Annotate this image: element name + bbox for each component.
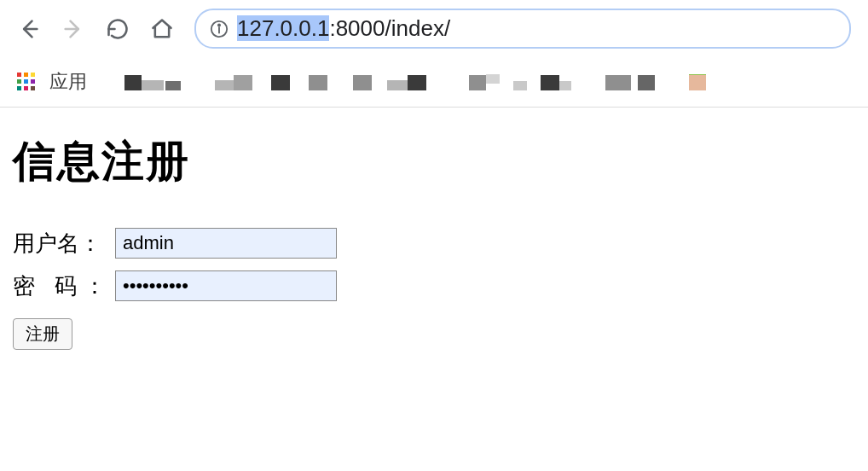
password-row: 密 码： — [13, 270, 855, 301]
password-input[interactable] — [115, 270, 337, 301]
reload-icon[interactable] — [106, 17, 130, 41]
address-bar[interactable]: 127.0.0.1:8000/index/ — [194, 9, 851, 49]
bookmark-favicons — [116, 74, 851, 90]
svg-point-4 — [218, 24, 220, 26]
bookmark-item[interactable] — [513, 81, 527, 90]
page-content: 信息注册 用户名： 密 码： 注册 — [0, 108, 868, 350]
bookmark-item[interactable] — [541, 75, 559, 90]
bookmark-item[interactable] — [271, 75, 290, 90]
site-info-icon[interactable] — [210, 20, 229, 38]
back-icon[interactable] — [17, 17, 41, 41]
apps-label[interactable]: 应用 — [49, 69, 87, 95]
bookmark-item[interactable] — [309, 75, 327, 90]
bookmark-item[interactable] — [689, 75, 706, 90]
home-icon[interactable] — [150, 17, 174, 41]
username-label: 用户名： — [13, 229, 115, 259]
bookmark-item[interactable] — [559, 81, 571, 90]
bookmarks-bar: 应用 — [0, 59, 868, 108]
bookmark-item[interactable] — [638, 75, 655, 90]
page-title: 信息注册 — [13, 133, 855, 190]
bookmark-item[interactable] — [605, 75, 631, 90]
bookmark-item[interactable] — [387, 80, 408, 90]
bookmark-item[interactable] — [353, 75, 372, 90]
forward-icon[interactable] — [61, 17, 85, 41]
bookmark-item[interactable] — [469, 75, 486, 90]
bookmark-item[interactable] — [165, 81, 181, 90]
bookmark-item[interactable] — [215, 80, 234, 90]
username-row: 用户名： — [13, 228, 855, 259]
url-host-selected: 127.0.0.1 — [237, 15, 329, 41]
submit-button[interactable]: 注册 — [13, 318, 72, 350]
bookmark-item[interactable] — [234, 75, 252, 90]
bookmark-item[interactable] — [142, 80, 164, 90]
browser-toolbar: 127.0.0.1:8000/index/ — [0, 0, 868, 59]
url-path: :8000/index/ — [329, 15, 450, 41]
password-label: 密 码： — [13, 271, 115, 301]
bookmark-item[interactable] — [408, 75, 426, 90]
apps-icon[interactable] — [17, 73, 36, 91]
bookmark-item[interactable] — [486, 74, 500, 84]
url-text[interactable]: 127.0.0.1:8000/index/ — [237, 15, 450, 42]
username-input[interactable] — [115, 228, 337, 259]
bookmark-item[interactable] — [124, 75, 142, 90]
